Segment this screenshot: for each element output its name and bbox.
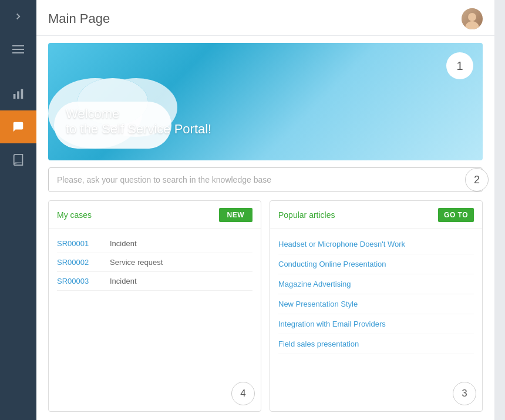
step-circle-2: 2 — [465, 168, 489, 191]
case-id[interactable]: SR00001 — [57, 239, 98, 248]
article-link-2[interactable]: Conducting Online Presentation — [278, 254, 474, 274]
avatar-image — [462, 8, 483, 29]
hero-text: Welcome to the Self Service Portal! — [66, 106, 211, 137]
article-link-1[interactable]: Headset or Microphone Doesn't Work — [278, 234, 474, 254]
header: Main Page — [36, 0, 494, 36]
sidebar-toggle-button[interactable] — [6, 6, 30, 27]
hero-banner: Welcome to the Self Service Portal! 1 — [48, 43, 483, 160]
my-cases-header: My cases NEW — [49, 201, 261, 229]
step-circle-4: 4 — [231, 382, 255, 405]
article-link-5[interactable]: Integration with Email Providers — [278, 314, 474, 334]
main-content: Main Page Welcome to the Self Service Po… — [36, 0, 494, 420]
search-bar-wrapper: 2 — [48, 167, 483, 192]
case-id[interactable]: SR00002 — [57, 258, 98, 267]
sidebar-nav — [0, 78, 36, 176]
popular-articles-panel: Popular articles GO TO Headset or Microp… — [270, 200, 483, 412]
svg-rect-0 — [14, 94, 16, 99]
step-circle-1: 1 — [446, 52, 473, 79]
table-row: SR00001 Incident — [57, 234, 253, 253]
search-input[interactable] — [48, 167, 483, 192]
hero-text-line2: to the Self Service Portal! — [66, 122, 211, 137]
article-link-6[interactable]: Field sales presentation — [278, 334, 474, 354]
goto-button[interactable]: GO TO — [438, 208, 474, 222]
svg-rect-1 — [17, 91, 19, 99]
table-row: SR00002 Service request — [57, 253, 253, 272]
table-row: SR00003 Incident — [57, 272, 253, 291]
popular-articles-title: Popular articles — [278, 210, 335, 220]
step-circle-3: 3 — [453, 382, 476, 405]
panels-row: My cases NEW SR00001 Incident SR00002 Se… — [48, 200, 483, 412]
popular-articles-header: Popular articles GO TO — [270, 201, 482, 229]
popular-articles-body: Headset or Microphone Doesn't Work Condu… — [270, 229, 482, 411]
case-type: Incident — [110, 277, 137, 285]
page-title: Main Page — [48, 11, 110, 26]
case-type: Incident — [110, 239, 137, 248]
svg-rect-2 — [21, 89, 23, 99]
cloud-shape — [48, 43, 483, 160]
hero-text-line1: Welcome — [66, 106, 211, 122]
hero-cloud-decoration — [48, 43, 483, 160]
article-link-4[interactable]: New Presentation Style — [278, 294, 474, 314]
avatar[interactable] — [462, 8, 483, 29]
case-type: Service request — [110, 258, 163, 267]
new-case-button[interactable]: NEW — [219, 208, 253, 222]
menu-icon[interactable] — [6, 39, 30, 60]
sidebar-item-chart[interactable] — [0, 78, 36, 110]
right-scrollbar — [494, 0, 505, 420]
my-cases-body: SR00001 Incident SR00002 Service request… — [49, 229, 261, 411]
sidebar-item-book[interactable] — [0, 143, 36, 176]
sidebar — [0, 0, 36, 420]
case-id[interactable]: SR00003 — [57, 277, 98, 285]
sidebar-item-chat[interactable] — [0, 110, 36, 143]
my-cases-panel: My cases NEW SR00001 Incident SR00002 Se… — [48, 200, 261, 412]
my-cases-title: My cases — [57, 210, 92, 220]
article-link-3[interactable]: Magazine Advertising — [278, 274, 474, 294]
